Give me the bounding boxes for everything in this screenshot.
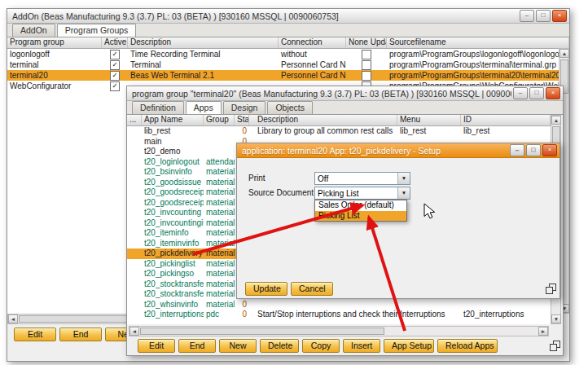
reload-apps-button[interactable]: Reload Apps [437, 339, 498, 353]
none-update-checkbox[interactable] [346, 49, 387, 59]
close-icon[interactable]: × [542, 144, 557, 156]
cell-connection: Personnel Card Numbe [279, 70, 346, 81]
close-icon[interactable]: × [552, 10, 567, 22]
cell-id: lib_rest [461, 126, 551, 137]
checkmark-icon: ✓ [110, 81, 120, 91]
edit-button[interactable]: Edit [138, 339, 175, 353]
cell-app-name: lib_rest [142, 126, 204, 137]
edit-button[interactable]: Edit [14, 328, 56, 341]
update-button[interactable]: Update [245, 282, 287, 296]
col-none-update[interactable]: None Update [346, 37, 387, 48]
tab-design[interactable]: Design [223, 101, 266, 114]
cell-icon [127, 187, 142, 198]
table-header: Program group Active Description Connect… [7, 37, 569, 49]
app-setup-button[interactable]: App Setup [384, 339, 434, 353]
cell-description [249, 300, 397, 310]
scroll-up-icon[interactable]: ▲ [551, 116, 561, 125]
cancel-button[interactable]: Cancel [291, 282, 333, 296]
app-row[interactable]: t20_interruptionspdc0Start/Stop interrup… [127, 310, 551, 320]
col-id[interactable]: ID [461, 115, 551, 125]
none-update-checkbox[interactable] [346, 59, 387, 70]
end-button[interactable]: End [59, 328, 102, 341]
col-status[interactable]: Status [235, 115, 249, 125]
col-sourcefilename[interactable]: Sourcefilename [387, 37, 569, 48]
table-row-selected[interactable]: terminal20 ✓ Beas Web Terminal 2.1 Perso… [7, 70, 569, 81]
setup-dialog-titlebar: application: terminal20 App: t20_pickdel… [237, 143, 559, 158]
cell-icon [127, 126, 142, 137]
tab-apps[interactable]: Apps [186, 101, 222, 114]
option-picking-list[interactable]: Picking List [315, 211, 406, 222]
delete-button[interactable]: Delete [260, 339, 299, 353]
apps-tabstrip: Definition Apps Design Objects [127, 101, 563, 115]
maximize-icon[interactable]: □ [526, 144, 541, 156]
cell-app-name: t20_stocktransferre [142, 289, 204, 300]
print-select-value: Off [315, 173, 397, 184]
scroll-up-icon[interactable]: ▲ [559, 49, 569, 58]
table-row[interactable]: logonlogoff ✓ Time Recording Terminal wi… [7, 49, 569, 59]
resize-grip-icon[interactable] [546, 284, 556, 294]
desktop: AddOn (Beas Manufacturing 9.3 (3.7) PL: … [0, 0, 588, 365]
scroll-left-icon[interactable]: ◄ [129, 327, 139, 336]
col-active[interactable]: Active [102, 37, 128, 48]
col-group[interactable]: Group [204, 115, 235, 125]
cell-app-name: t20_pickinglist [142, 259, 204, 270]
maximize-icon[interactable]: □ [529, 87, 544, 99]
cell-icon [127, 269, 142, 279]
app-row[interactable]: t20_whsinvinfomaterialm0 [127, 300, 551, 310]
horizontal-scrollbar[interactable]: ◄ ► [129, 326, 549, 336]
active-checkbox[interactable]: ✓ [102, 70, 128, 81]
scroll-left-icon[interactable]: ◄ [8, 314, 18, 323]
active-checkbox[interactable]: ✓ [102, 81, 128, 91]
source-document-select-value: Picking List [315, 187, 397, 199]
active-checkbox[interactable]: ✓ [102, 59, 128, 70]
cell-program-group: terminal [7, 59, 102, 70]
end-button[interactable]: End [178, 339, 216, 353]
main-tabstrip: AddOn Program Groups [7, 24, 569, 37]
cell-group: materialm [204, 208, 235, 218]
resize-grip-icon[interactable] [550, 341, 560, 351]
cell-group: materialm [204, 279, 235, 290]
col-menu[interactable]: Menu [397, 115, 461, 125]
cell-group: materialm [204, 269, 235, 279]
print-select[interactable]: Off ▼ [314, 172, 410, 185]
cell-icon [127, 157, 142, 168]
option-sales-order[interactable]: Sales Order (default) [315, 200, 406, 211]
tab-objects[interactable]: Objects [267, 101, 313, 114]
cell-icon [127, 218, 142, 229]
cell-program-group: terminal20 [7, 70, 102, 81]
cell-group: materialm [204, 239, 235, 249]
col-description[interactable]: Description [128, 37, 279, 48]
tab-definition[interactable]: Definition [132, 101, 184, 114]
tab-addon[interactable]: AddOn [12, 24, 55, 37]
chevron-down-icon[interactable]: ▼ [397, 173, 410, 184]
col-icon[interactable]: ... [127, 115, 142, 125]
minimize-icon[interactable]: – [510, 144, 524, 156]
scroll-down-icon[interactable]: ▼ [551, 314, 561, 323]
cell-icon [127, 310, 142, 320]
active-checkbox[interactable]: ✓ [102, 49, 128, 59]
source-document-select[interactable]: Picking List ▼ [314, 187, 410, 200]
close-icon[interactable]: × [546, 87, 560, 99]
maximize-icon[interactable]: □ [536, 10, 551, 22]
source-document-label: Source Document [248, 188, 314, 197]
cell-app-name: t20_pickingso [142, 269, 204, 279]
col-program-group[interactable]: Program group [7, 37, 102, 48]
chevron-down-icon[interactable]: ▼ [397, 187, 410, 199]
cell-group: materialm [204, 187, 235, 198]
table-row[interactable]: terminal ✓ Terminal Personnel Card Numbe… [7, 59, 569, 70]
scrollbar-thumb[interactable] [140, 328, 384, 335]
insert-button[interactable]: Insert [343, 339, 380, 353]
col-description[interactable]: Description [249, 115, 397, 125]
minimize-icon[interactable]: – [513, 87, 528, 99]
new-button[interactable]: New [219, 339, 257, 353]
col-app-name[interactable]: App Name [142, 115, 204, 125]
tab-program-groups[interactable]: Program Groups [57, 24, 137, 37]
app-row[interactable]: lib_rest0Library to group all common res… [127, 126, 551, 137]
none-update-checkbox[interactable] [346, 70, 387, 81]
copy-button[interactable]: Copy [302, 339, 340, 353]
col-connection[interactable]: Connection [279, 37, 346, 48]
cell-app-name: t20_stocktransfer [142, 279, 204, 290]
minimize-icon[interactable]: – [520, 10, 534, 22]
cell-icon [127, 178, 142, 188]
scroll-right-icon[interactable]: ► [538, 327, 548, 336]
